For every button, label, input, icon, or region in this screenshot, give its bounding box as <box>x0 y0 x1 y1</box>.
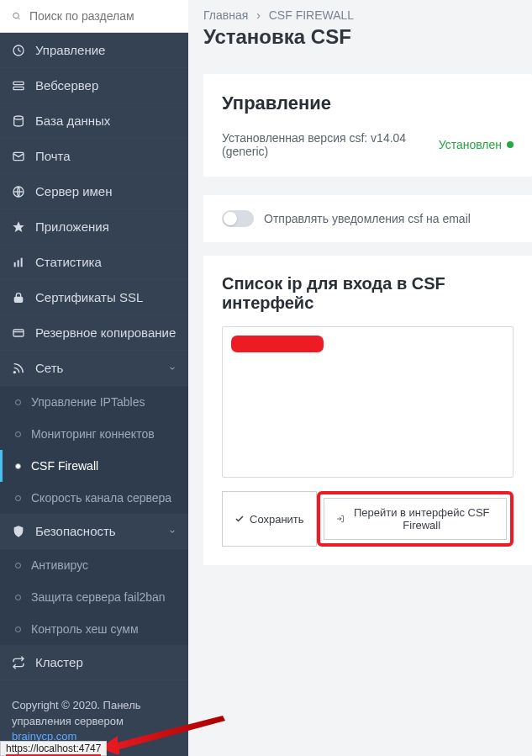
sidebar-item-label: Безопасность <box>35 524 116 538</box>
management-heading: Управление <box>222 93 514 114</box>
save-button-label: Сохранить <box>250 513 304 526</box>
chevron-down-icon <box>168 364 176 373</box>
url-tooltip-text: https://localhost:4747 <box>6 743 101 756</box>
button-row: Сохранить Перейти в интерфейс CSF Firewa… <box>222 491 514 547</box>
svg-rect-12 <box>14 262 16 267</box>
svg-point-18 <box>13 371 15 373</box>
backup-icon <box>12 326 25 340</box>
main-content: Главная › CSF FIREWALL Установка CSF Упр… <box>188 0 532 756</box>
sidebar-item-mail[interactable]: Почта <box>0 139 188 174</box>
sidebar-item-apps[interactable]: Приложения <box>0 209 188 245</box>
status-text: Установлен <box>439 138 502 151</box>
save-button[interactable]: Сохранить <box>222 491 317 547</box>
page-title: Установка CSF <box>188 25 532 62</box>
svg-rect-14 <box>21 257 23 267</box>
sidebar-sub-fail2ban[interactable]: Защита сервера fail2ban <box>0 581 188 613</box>
sidebar-item-backup[interactable]: Резервное копирование <box>0 315 188 351</box>
breadcrumb-current: CSF FIREWALL <box>269 8 354 22</box>
rss-icon <box>12 362 25 375</box>
sidebar-item-label: Антивирус <box>31 558 88 572</box>
server-icon <box>12 79 25 93</box>
sidebar-sub-monitoring[interactable]: Мониторинг коннектов <box>0 418 188 450</box>
svg-line-1 <box>18 18 20 19</box>
bullet-icon <box>15 495 21 501</box>
copyright-text: Copyright © 2020. Панель управления серв… <box>12 699 141 727</box>
highlight-box: Перейти в интерфейс CSF Firewall <box>317 491 514 547</box>
check-icon <box>234 514 245 524</box>
sidebar-sub-iptables[interactable]: Управление IPTables <box>0 386 188 418</box>
search-input[interactable] <box>29 9 176 23</box>
bullet-icon <box>15 563 21 568</box>
login-icon <box>336 514 345 524</box>
sidebar-item-management[interactable]: Управление <box>0 33 188 68</box>
bullet-icon <box>15 463 21 469</box>
sidebar-item-label: Управление <box>35 43 105 57</box>
svg-marker-11 <box>13 221 24 232</box>
sidebar-sub-speed[interactable]: Скорость канала сервера <box>0 482 188 514</box>
version-label: Установленная версия csf: v14.04 (generi… <box>222 131 420 158</box>
sidebar-item-label: Кластер <box>35 655 83 669</box>
breadcrumb-home[interactable]: Главная <box>203 8 248 22</box>
breadcrumb: Главная › CSF FIREWALL <box>188 0 532 25</box>
install-status: Установлен <box>439 138 514 151</box>
svg-rect-5 <box>13 82 24 84</box>
management-card: Управление Установленная версия csf: v14… <box>203 74 532 177</box>
svg-rect-6 <box>13 87 24 89</box>
svg-point-7 <box>14 116 24 119</box>
breadcrumb-separator: › <box>256 8 261 22</box>
sidebar-item-label: Вебсервер <box>35 78 98 93</box>
sidebar-sub-antivirus[interactable]: Антивирус <box>0 549 188 581</box>
sidebar-item-label: Сертификаты SSL <box>35 290 143 304</box>
lock-icon <box>12 291 25 304</box>
sidebar: Управление Вебсервер База данных Почта С… <box>0 0 188 756</box>
network-submenu: Управление IPTables Мониторинг коннектов… <box>0 386 188 514</box>
svg-rect-16 <box>13 330 24 336</box>
star-icon <box>12 220 25 234</box>
svg-point-0 <box>13 13 18 18</box>
sidebar-item-label: Скорость канала сервера <box>31 491 171 505</box>
email-toggle-row: Отправлять уведомления csf на email <box>203 195 532 242</box>
sidebar-item-stats[interactable]: Статистика <box>0 245 188 280</box>
chart-icon <box>12 256 25 269</box>
ip-list-heading: Список ip для входа в CSF интерфейс <box>222 274 514 313</box>
toggle-label: Отправлять уведомления csf на email <box>264 212 471 225</box>
sidebar-item-nameserver[interactable]: Сервер имен <box>0 174 188 209</box>
database-icon <box>12 114 25 128</box>
svg-rect-15 <box>14 297 22 302</box>
svg-rect-13 <box>18 260 19 267</box>
goto-csf-button[interactable]: Перейти в интерфейс CSF Firewall <box>324 498 507 540</box>
bullet-icon <box>15 626 21 632</box>
sidebar-item-label: Управление IPTables <box>31 395 145 409</box>
bullet-icon <box>15 399 21 405</box>
sidebar-item-label: Почта <box>35 149 71 163</box>
sidebar-sub-csf[interactable]: CSF Firewall <box>0 450 188 482</box>
sidebar-item-label: CSF Firewall <box>31 459 98 473</box>
sidebar-item-webserver[interactable]: Вебсервер <box>0 68 188 103</box>
sidebar-item-ssl[interactable]: Сертификаты SSL <box>0 280 188 315</box>
sidebar-item-network[interactable]: Сеть <box>0 351 188 386</box>
sidebar-item-label: Контроль хеш сумм <box>31 622 139 636</box>
url-tooltip: https://localhost:4747 <box>0 741 107 756</box>
sidebar-sub-hash[interactable]: Контроль хеш сумм <box>0 613 188 645</box>
svg-line-4 <box>18 50 21 51</box>
globe-icon <box>12 185 25 198</box>
sidebar-item-label: Мониторинг коннектов <box>31 427 155 441</box>
security-submenu: Антивирус Защита сервера fail2ban Контро… <box>0 549 188 645</box>
sidebar-item-label: База данных <box>35 114 110 128</box>
search-icon <box>12 8 21 24</box>
sidebar-item-database[interactable]: База данных <box>0 103 188 139</box>
goto-csf-button-label: Перейти в интерфейс CSF Firewall <box>349 506 494 531</box>
status-dot-icon <box>507 141 514 148</box>
swap-icon <box>12 656 25 669</box>
sidebar-item-security[interactable]: Безопасность <box>0 514 188 549</box>
email-notifications-toggle[interactable] <box>222 210 254 227</box>
chevron-down-icon <box>168 527 176 536</box>
sidebar-item-label: Резервное копирование <box>35 325 176 340</box>
sidebar-item-label: Приложения <box>35 219 109 234</box>
sidebar-search[interactable] <box>0 0 188 33</box>
sidebar-item-label: Статистика <box>35 255 102 269</box>
ip-list-textarea[interactable] <box>222 326 514 478</box>
bullet-icon <box>15 431 21 437</box>
sidebar-item-label: Защита сервера fail2ban <box>31 590 166 604</box>
sidebar-item-cluster[interactable]: Кластер <box>0 645 188 680</box>
